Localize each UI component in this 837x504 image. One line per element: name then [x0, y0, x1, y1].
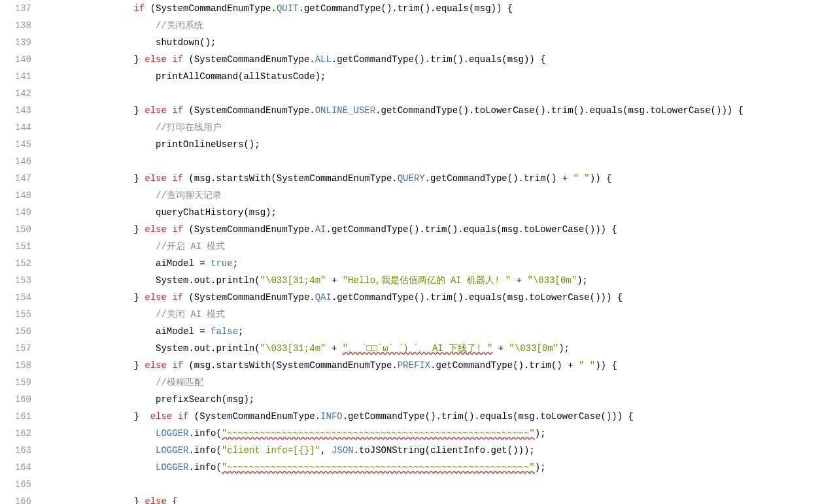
- code-line[interactable]: prefixSearch(msg);: [46, 391, 837, 408]
- code-token: printAllCommand(allStatusCode);: [46, 71, 326, 82]
- line-number: 140: [0, 51, 31, 68]
- line-number: 144: [0, 119, 31, 136]
- code-token: (msg.startsWith(SystemCommandEnumType.: [183, 360, 398, 371]
- code-token: PREFIX: [398, 360, 430, 371]
- line-number: 164: [0, 459, 31, 476]
- code-token: .getCommandType().toLowerCase().trim().e…: [375, 105, 743, 116]
- code-token: }: [46, 105, 145, 116]
- code-line[interactable]: aiModel = false;: [46, 323, 837, 340]
- code-line[interactable]: //关闭系统: [46, 17, 837, 34]
- line-number: 163: [0, 442, 31, 459]
- code-line[interactable]: //开启 AI 模式: [46, 238, 837, 255]
- code-line[interactable]: } else if (SystemCommandEnumType.ALL.get…: [46, 51, 837, 68]
- code-line[interactable]: aiModel = true;: [46, 255, 837, 272]
- code-token: ALL: [315, 54, 332, 65]
- line-number: 165: [0, 476, 31, 493]
- code-token: (SystemCommandEnumType.: [188, 411, 320, 422]
- line-number: 150: [0, 221, 31, 238]
- code-line[interactable]: [46, 476, 837, 493]
- code-token: QUERY: [398, 173, 425, 184]
- code-line[interactable]: printAllCommand(allStatusCode);: [46, 68, 837, 85]
- code-token: }: [46, 411, 150, 422]
- code-token: aiModel =: [46, 326, 211, 337]
- code-token: LOGGER: [156, 445, 188, 456]
- code-token: [46, 428, 156, 439]
- line-number: 149: [0, 204, 31, 221]
- code-token: else if: [145, 292, 183, 303]
- code-token: QUIT: [277, 3, 299, 14]
- code-line[interactable]: System.out.println("\033[31;4m" + "。゜□□´…: [46, 340, 837, 357]
- code-line[interactable]: printOnlineUsers();: [46, 136, 837, 153]
- code-token: .getCommandType().trim() +: [430, 360, 579, 371]
- code-line[interactable]: //打印在线用户: [46, 119, 837, 136]
- code-token: +: [511, 275, 527, 286]
- code-token: System.out.println(: [46, 275, 260, 286]
- code-line[interactable]: } else if (msg.startsWith(SystemCommandE…: [46, 357, 837, 374]
- code-token: else if: [145, 360, 183, 371]
- code-line[interactable]: [46, 153, 837, 170]
- line-number: 143: [0, 102, 31, 119]
- code-line[interactable]: if (SystemCommandEnumType.QUIT.getComman…: [46, 0, 837, 17]
- code-token: [46, 445, 156, 456]
- code-token: .getCommandType().trim().equals(msg.toLo…: [343, 411, 634, 422]
- line-number: 141: [0, 68, 31, 85]
- line-number: 146: [0, 153, 31, 170]
- code-token: //开启 AI 模式: [156, 241, 225, 252]
- line-number: 166: [0, 493, 31, 504]
- code-token: )) {: [590, 173, 612, 184]
- code-token: (SystemCommandEnumType.: [183, 224, 315, 235]
- code-token: [46, 462, 156, 473]
- code-token: .getCommandType().trim().equals(msg)) {: [332, 54, 546, 65]
- code-token: );: [577, 275, 588, 286]
- code-token: [46, 190, 156, 201]
- code-token: .toJSONString(clientInfo.get()));: [354, 445, 535, 456]
- code-token: "~~~~~~~~~~~~~~~~~~~~~~~~~~~~~~~~~~~~~~~…: [222, 462, 535, 473]
- code-line[interactable]: //关闭 AI 模式: [46, 306, 837, 323]
- line-number: 160: [0, 391, 31, 408]
- code-line[interactable]: } else {: [46, 493, 837, 504]
- code-token: [46, 309, 156, 320]
- code-line[interactable]: LOGGER.info("~~~~~~~~~~~~~~~~~~~~~~~~~~~…: [46, 459, 837, 476]
- code-line[interactable]: } else if (SystemCommandEnumType.INFO.ge…: [46, 408, 837, 425]
- line-number: 159: [0, 374, 31, 391]
- line-number: 162: [0, 425, 31, 442]
- code-line[interactable]: //模糊匹配: [46, 374, 837, 391]
- code-line[interactable]: //查询聊天记录: [46, 187, 837, 204]
- code-line[interactable]: } else if (msg.startsWith(SystemCommandE…: [46, 170, 837, 187]
- code-line[interactable]: } else if (SystemCommandEnumType.ONLINE_…: [46, 102, 837, 119]
- code-token: .getCommandType().trim().equals(msg.toLo…: [332, 292, 623, 303]
- code-token: );: [558, 343, 570, 354]
- code-line[interactable]: System.out.println("\033[31;4m" + "Hello…: [46, 272, 837, 289]
- code-line[interactable]: } else if (SystemCommandEnumType.QAI.get…: [46, 289, 837, 306]
- code-line[interactable]: queryChatHistory(msg);: [46, 204, 837, 221]
- code-token: " ": [579, 360, 595, 371]
- line-number-gutter: 1371381391401411421431441451461471481491…: [0, 0, 39, 504]
- line-number: 156: [0, 323, 31, 340]
- code-token: [46, 377, 156, 388]
- code-editor[interactable]: if (SystemCommandEnumType.QUIT.getComman…: [39, 0, 837, 504]
- code-line[interactable]: [46, 85, 837, 102]
- code-token: "\033[31;4m": [260, 343, 326, 354]
- code-token: ONLINE_USER: [315, 105, 375, 116]
- code-token: }: [46, 292, 145, 303]
- code-line[interactable]: LOGGER.info("~~~~~~~~~~~~~~~~~~~~~~~~~~~…: [46, 425, 837, 442]
- line-number: 145: [0, 136, 31, 153]
- code-token: }: [46, 224, 145, 235]
- line-number: 158: [0, 357, 31, 374]
- line-number: 152: [0, 255, 31, 272]
- code-token: else if: [150, 411, 189, 422]
- code-line[interactable]: shutdown();: [46, 34, 837, 51]
- code-token: +: [326, 275, 342, 286]
- code-token: (msg.startsWith(SystemCommandEnumType.: [183, 173, 398, 184]
- code-token: if: [133, 3, 145, 14]
- code-line[interactable]: LOGGER.info("client info=[{}]", JSON.toJ…: [46, 442, 837, 459]
- code-token: }: [46, 360, 145, 371]
- code-token: true: [211, 258, 233, 269]
- code-line[interactable]: } else if (SystemCommandEnumType.AI.getC…: [46, 221, 837, 238]
- code-token: )) {: [595, 360, 617, 371]
- code-token: .info(: [188, 462, 221, 473]
- code-token: +: [326, 343, 342, 354]
- code-token: System.out.println(: [46, 343, 260, 354]
- code-token: queryChatHistory(msg);: [46, 207, 277, 218]
- code-token: }: [46, 496, 145, 504]
